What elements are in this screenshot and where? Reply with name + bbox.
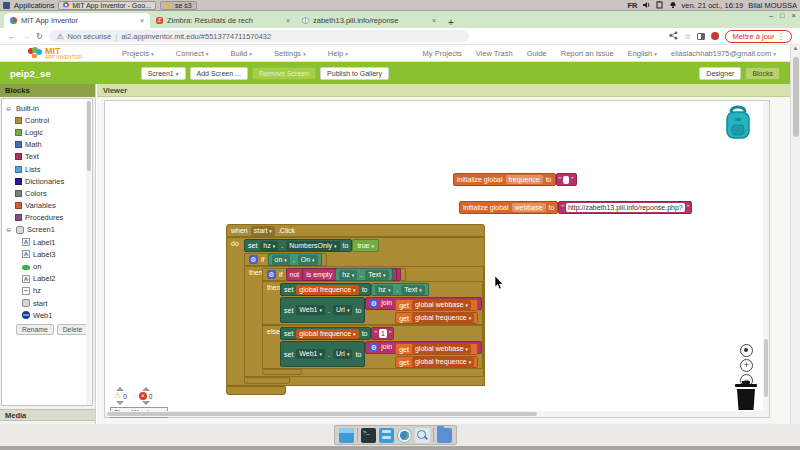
profile-avatar[interactable] xyxy=(711,32,719,40)
block-string-1[interactable]: 1 xyxy=(371,327,394,340)
link-my-projects[interactable]: My Projects xyxy=(423,49,462,58)
property-dropdown[interactable]: Text xyxy=(365,270,388,280)
block-get-hz-text[interactable]: hz . Text xyxy=(335,268,392,281)
block-if-on[interactable]: ⚙ if on . On then xyxy=(244,253,484,384)
back-icon[interactable]: ← xyxy=(8,32,16,41)
var-name-webbase[interactable]: webbase xyxy=(512,203,546,212)
link-view-trash[interactable]: View Trash xyxy=(476,49,513,58)
block-init-frequence[interactable]: initialize global frequence to xyxy=(453,173,577,186)
terminal-icon[interactable] xyxy=(361,428,376,443)
share-icon[interactable] xyxy=(669,31,678,42)
variable-dropdown[interactable]: global frequence xyxy=(412,357,474,367)
string-value[interactable] xyxy=(563,176,569,184)
web-browser-icon[interactable] xyxy=(397,428,412,443)
window-button-files[interactable]: se s3 xyxy=(160,1,197,10)
backpack-icon[interactable] xyxy=(723,105,753,145)
block-not[interactable]: not is empty hz . Text xyxy=(286,268,401,281)
palette-logic[interactable]: Logic xyxy=(6,126,92,138)
block-when-start-click[interactable]: when start .Click do set hz . Numbe xyxy=(226,224,485,395)
block-get-hz-text[interactable]: hz . Text xyxy=(371,283,428,296)
block-get-frequence[interactable]: get global frequence xyxy=(395,356,478,368)
block-set-frequence-else[interactable]: set global frequence to 1 xyxy=(280,327,482,340)
block-empty-string[interactable] xyxy=(556,173,577,186)
side-panel-icon[interactable] xyxy=(697,33,705,40)
tab-app-inventor[interactable]: MIT App Inventor × xyxy=(4,13,150,28)
file-cabinet-icon[interactable] xyxy=(379,428,394,443)
mutator-gear-icon[interactable]: ⚙ xyxy=(249,255,258,264)
desktop-icon[interactable] xyxy=(339,428,354,443)
menu-help[interactable]: Help xyxy=(328,49,348,58)
property-dropdown[interactable]: Url xyxy=(333,305,352,315)
palette-procedures[interactable]: Procedures xyxy=(6,212,92,224)
canvas-vertical-scrollbar[interactable] xyxy=(763,101,769,417)
designer-view-button[interactable]: Designer xyxy=(699,67,741,80)
account-menu[interactable]: eliaslachhab1975@gmail.com xyxy=(671,49,776,58)
up-arrow-icon[interactable] xyxy=(142,387,150,391)
bookmark-star-icon[interactable]: ☆ xyxy=(684,32,691,41)
variable-dropdown[interactable]: global webbase xyxy=(412,300,471,310)
address-bar[interactable]: ⚠ Non sécurisé | ai2.appinventor.mit.edu… xyxy=(49,30,469,42)
tab-zimbra[interactable]: Z Zimbra: Résultats de rech × xyxy=(150,13,296,28)
collapse-icon[interactable]: ⊖ xyxy=(6,105,13,112)
forward-icon[interactable]: → xyxy=(22,32,30,41)
variable-dropdown[interactable]: global frequence xyxy=(412,313,474,323)
notification-bell-icon[interactable] xyxy=(669,1,677,9)
menu-connect[interactable]: Connect xyxy=(176,49,209,58)
screen-selector[interactable]: Screen1 xyxy=(141,67,186,80)
palette-text[interactable]: Text xyxy=(6,151,92,163)
property-dropdown[interactable]: NumbersOnly xyxy=(286,241,339,251)
volume-icon[interactable] xyxy=(643,1,651,9)
variable-dropdown[interactable]: global frequence xyxy=(296,285,358,295)
trash-icon[interactable] xyxy=(733,381,759,415)
component-label2[interactable]: ALabel2 xyxy=(6,273,92,285)
event-component-dropdown[interactable]: start xyxy=(251,226,275,236)
clock[interactable]: ven. 21 oct., 16:19 xyxy=(682,1,744,10)
var-name-frequence[interactable]: frequence xyxy=(506,175,543,184)
minimize-icon[interactable]: – xyxy=(769,11,773,20)
mutator-gear-icon[interactable]: ⚙ xyxy=(369,343,378,352)
new-tab-button[interactable]: + xyxy=(448,17,454,28)
session-user[interactable]: Bilal MOUSSA xyxy=(748,1,797,10)
canvas-horizontal-scrollbar[interactable] xyxy=(105,411,765,417)
palette-dictionaries[interactable]: Dictionaries xyxy=(6,175,92,187)
string-value[interactable]: 1 xyxy=(379,329,387,338)
block-set-numbersonly[interactable]: set hz . NumbersOnly to true xyxy=(244,239,484,252)
battery-icon[interactable] xyxy=(656,1,664,9)
page-scrollbar[interactable]: ▲ xyxy=(790,45,800,424)
publish-gallery-button[interactable]: Publish to Gallery xyxy=(320,67,389,80)
tree-builtin[interactable]: ⊖ Built-in xyxy=(6,102,92,114)
tab-close-icon[interactable]: × xyxy=(140,17,144,24)
error-counter[interactable]: ×0 xyxy=(139,387,153,405)
component-dropdown[interactable]: hz xyxy=(339,270,357,280)
close-icon[interactable]: × xyxy=(792,11,796,20)
block-if-not-empty[interactable]: ⚙ if not is empty hz xyxy=(262,268,483,375)
block-is-empty[interactable]: is empty hz . Text xyxy=(302,268,396,281)
tab-close-icon[interactable]: × xyxy=(432,17,436,24)
blocks-canvas[interactable]: initialize global frequence to initializ… xyxy=(104,100,770,418)
down-arrow-icon[interactable] xyxy=(116,401,124,405)
zoom-in-icon[interactable]: + xyxy=(740,359,753,372)
block-set-web-url-else[interactable]: set Web1 . Url to ⚙ xyxy=(280,341,482,367)
link-report-issue[interactable]: Report an Issue xyxy=(561,49,614,58)
component-hz[interactable]: hz xyxy=(6,285,92,297)
mutator-gear-icon[interactable]: ⚙ xyxy=(369,299,378,308)
component-web1[interactable]: Web1 xyxy=(6,309,92,321)
block-join[interactable]: ⚙ join get global webbase xyxy=(365,297,482,310)
variable-dropdown[interactable]: global webbase xyxy=(412,344,471,354)
block-get-webbase[interactable]: get global webbase xyxy=(395,299,478,311)
block-set-web-url-then[interactable]: set Web1 . Url to ⚙ xyxy=(280,297,482,323)
collapse-icon[interactable]: ⊖ xyxy=(6,226,13,233)
window-button-browser[interactable]: MIT App Inventor - Goo... xyxy=(58,1,155,10)
add-screen-button[interactable]: Add Screen ... xyxy=(190,67,248,80)
block-init-webbase[interactable]: initialize global webbase to http://zabe… xyxy=(459,201,692,214)
search-icon[interactable] xyxy=(415,428,430,443)
component-start[interactable]: start xyxy=(6,297,92,309)
property-dropdown[interactable]: Text xyxy=(401,285,424,295)
block-true[interactable]: true xyxy=(352,239,379,252)
update-chrome-button[interactable]: Mettre à jour ⋮ xyxy=(725,30,792,43)
string-value[interactable]: http://zabeth13.plil.info/reponse.php? xyxy=(566,203,685,212)
palette-colors[interactable]: Colors xyxy=(6,187,92,199)
component-label1[interactable]: ALabel1 xyxy=(6,236,92,248)
block-get-webbase[interactable]: get global webbase xyxy=(395,343,478,355)
component-dropdown[interactable]: hz xyxy=(260,241,278,251)
